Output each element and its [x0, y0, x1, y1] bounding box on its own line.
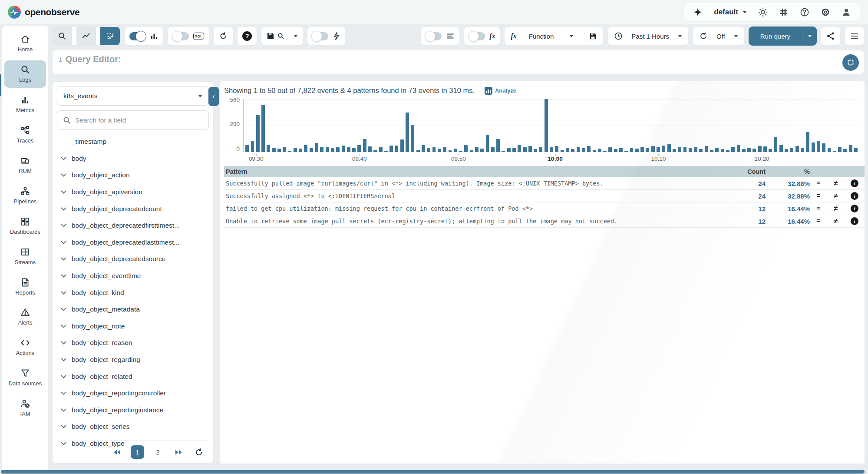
histogram-bar[interactable]: [725, 99, 730, 152]
sql-mode-toggle[interactable]: [173, 32, 189, 40]
sidebar-item-home[interactable]: Home: [4, 30, 46, 57]
save-function-icon[interactable]: [589, 32, 597, 40]
field-row[interactable]: body_object_eventtime: [57, 268, 209, 285]
histogram-bar[interactable]: [714, 99, 719, 152]
sidebar-item-alerts[interactable]: Alerts: [4, 303, 46, 331]
stream-selector[interactable]: k8s_events: [57, 86, 209, 106]
histogram-bar[interactable]: [826, 99, 832, 152]
field-row[interactable]: body_object_reportingcontroller: [57, 385, 209, 402]
auto-refresh-card[interactable]: Off: [693, 27, 745, 46]
histogram-bar[interactable]: [693, 99, 698, 152]
histogram-bar[interactable]: [490, 99, 495, 152]
histogram-bar[interactable]: [800, 99, 805, 152]
info-icon[interactable]: i: [851, 205, 858, 212]
page-2-button[interactable]: 2: [151, 445, 165, 459]
histogram-bar[interactable]: [394, 99, 399, 152]
refresh-fields-button[interactable]: [192, 445, 205, 459]
histogram-bar[interactable]: [528, 99, 533, 152]
menu-button[interactable]: [845, 27, 865, 46]
sidebar-item-dashboards[interactable]: Dashboards: [4, 212, 46, 240]
sidebar-item-logs[interactable]: Logs: [4, 60, 46, 88]
histogram-bar[interactable]: [677, 99, 682, 152]
field-row[interactable]: body_object_series: [57, 418, 209, 435]
histogram-bar[interactable]: [293, 99, 298, 152]
histogram-bar[interactable]: [324, 99, 330, 152]
histogram-bar[interactable]: [437, 99, 442, 152]
chevron-down-icon[interactable]: [59, 291, 67, 295]
user-avatar-icon[interactable]: [842, 7, 851, 17]
share-button[interactable]: [821, 27, 841, 46]
chevron-down-icon[interactable]: [59, 274, 67, 278]
histogram-bar[interactable]: [373, 99, 378, 152]
histogram-bar[interactable]: [453, 99, 458, 152]
histogram-plot[interactable]: [243, 99, 858, 152]
function-select-value[interactable]: Function: [529, 33, 554, 40]
histogram-bar[interactable]: [842, 99, 848, 152]
histogram-bar[interactable]: [773, 99, 778, 152]
histogram-bar[interactable]: [602, 99, 607, 152]
exclude-pattern-button[interactable]: ≠: [827, 217, 845, 225]
field-row[interactable]: body_object_regarding: [57, 351, 209, 368]
histogram-bar[interactable]: [688, 99, 693, 152]
histogram-bar[interactable]: [784, 99, 789, 152]
page-1-button[interactable]: 1: [131, 445, 144, 459]
histogram-bar[interactable]: [634, 99, 640, 152]
histogram-bar[interactable]: [351, 99, 356, 152]
trend-mode-button[interactable]: [76, 27, 96, 46]
field-search-input[interactable]: [75, 116, 192, 124]
run-query-button[interactable]: Run query: [749, 27, 817, 46]
histogram-bar[interactable]: [506, 99, 512, 152]
info-icon[interactable]: i: [851, 179, 858, 187]
fx-toggle[interactable]: [469, 32, 485, 40]
horizontal-scrollbar[interactable]: [1, 470, 865, 474]
histogram-bar[interactable]: [624, 99, 629, 152]
histogram-bar[interactable]: [789, 99, 794, 152]
run-query-caret[interactable]: [802, 27, 817, 46]
field-row[interactable]: body_object_deprecatedcount: [57, 200, 209, 217]
histogram-bar[interactable]: [277, 99, 282, 152]
chevron-down-icon[interactable]: [59, 308, 67, 311]
histogram-bar[interactable]: [795, 99, 800, 152]
histogram-bar[interactable]: [271, 99, 276, 152]
histogram-bar[interactable]: [805, 99, 810, 152]
histogram-bar[interactable]: [458, 99, 463, 152]
histogram-bar[interactable]: [618, 99, 624, 152]
exclude-pattern-button[interactable]: ≠: [827, 205, 845, 212]
chevron-down-icon[interactable]: [59, 173, 67, 177]
histogram-bar[interactable]: [298, 99, 303, 152]
field-row[interactable]: body_object_apiversion: [57, 184, 209, 201]
histogram-bar[interactable]: [752, 99, 757, 152]
pattern-row[interactable]: Successfully pulled image "curlimages/cu…: [224, 177, 865, 190]
histogram-bar[interactable]: [629, 99, 634, 152]
histogram-bar[interactable]: [287, 99, 292, 152]
field-row[interactable]: body_object_kind: [57, 284, 209, 301]
chevron-down-icon[interactable]: [59, 224, 67, 227]
histogram-bar[interactable]: [517, 99, 522, 152]
chevron-down-icon[interactable]: [59, 190, 67, 194]
histogram-bar[interactable]: [340, 99, 346, 152]
field-row[interactable]: body_object_note: [57, 318, 209, 335]
histogram-toggle[interactable]: [129, 32, 145, 40]
histogram-bar[interactable]: [335, 99, 340, 152]
histogram-bar[interactable]: [309, 99, 314, 152]
histogram-bar[interactable]: [362, 99, 367, 152]
sidebar-item-metrics[interactable]: Metrics: [4, 91, 46, 118]
first-page-button[interactable]: [110, 445, 124, 459]
field-row[interactable]: body_object_reason: [57, 335, 209, 351]
histogram-bar[interactable]: [426, 99, 431, 152]
sidebar-item-data-sources[interactable]: Data sources: [4, 364, 46, 391]
sidebar-item-reports[interactable]: Reports: [4, 273, 46, 301]
chevron-down-icon[interactable]: [59, 375, 67, 378]
sidebar-item-traces[interactable]: Traces: [4, 121, 46, 149]
histogram-bar[interactable]: [495, 99, 501, 152]
histogram-bar[interactable]: [762, 99, 768, 152]
histogram-bar[interactable]: [533, 99, 538, 152]
histogram-bar[interactable]: [565, 99, 570, 152]
histogram-bar[interactable]: [746, 99, 752, 152]
chevron-down-icon[interactable]: [59, 425, 67, 428]
pattern-row[interactable]: failed to get cpu utilization: missing r…: [224, 202, 865, 215]
histogram-bar[interactable]: [244, 99, 250, 152]
help-query-button[interactable]: ?: [237, 27, 257, 46]
saved-search-caret-icon[interactable]: [294, 35, 298, 37]
histogram-bar[interactable]: [672, 99, 677, 152]
